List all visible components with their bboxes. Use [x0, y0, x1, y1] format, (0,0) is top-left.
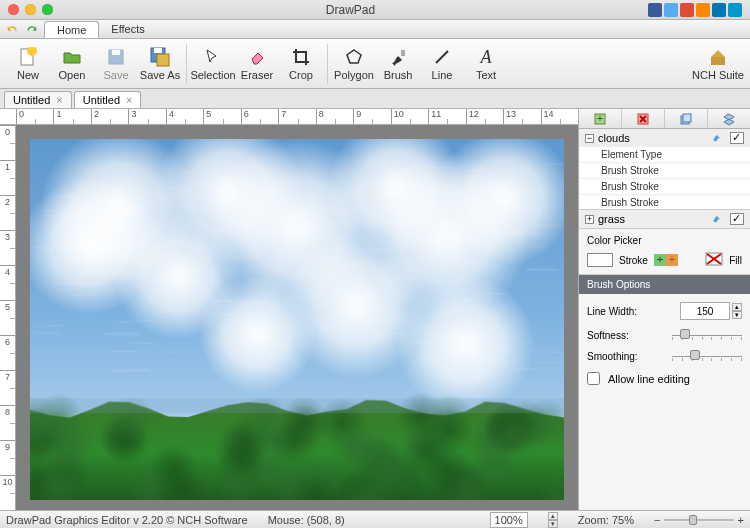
collapse-icon[interactable]: −: [585, 134, 594, 143]
tab-untitled-1[interactable]: Untitled×: [4, 91, 72, 108]
duplicate-layer-button[interactable]: [665, 109, 708, 128]
toolbar: New Open Save Save As Selection Eraser C…: [0, 39, 750, 89]
svg-rect-10: [711, 57, 725, 65]
layer-row[interactable]: Brush Stroke: [579, 163, 750, 179]
social-icon[interactable]: [648, 3, 662, 17]
smoothing-label: Smoothing:: [587, 351, 664, 362]
softness-label: Softness:: [587, 330, 664, 341]
svg-rect-8: [401, 50, 405, 56]
polygon-button[interactable]: Polygon: [332, 41, 376, 87]
new-button[interactable]: New: [6, 41, 50, 87]
layer-row[interactable]: Element Type: [579, 147, 750, 163]
smoothing-slider[interactable]: [672, 352, 742, 362]
svg-marker-7: [347, 50, 361, 63]
brush-options: Line Width: ▴▾ Softness: Smoothing: Allo…: [579, 294, 750, 403]
step-controls[interactable]: ▴▾: [548, 512, 558, 528]
visibility-toggle[interactable]: [730, 213, 744, 225]
step-down-icon[interactable]: ▾: [732, 311, 742, 319]
layer-row[interactable]: Brush Stroke: [579, 195, 750, 209]
maximize-icon[interactable]: [42, 4, 53, 15]
svg-rect-3: [112, 50, 120, 55]
layer-name: clouds: [598, 132, 708, 144]
window-controls: [8, 4, 53, 15]
selection-button[interactable]: Selection: [191, 41, 235, 87]
side-panel: + − clouds Element TypeBrush StrokeBrush…: [578, 109, 750, 510]
step-up-icon[interactable]: ▴: [732, 303, 742, 311]
brush-button[interactable]: Brush: [376, 41, 420, 87]
social-icon[interactable]: [728, 3, 742, 17]
undo-icon[interactable]: [6, 21, 20, 37]
svg-text:+: +: [597, 112, 603, 124]
brush-icon: [712, 132, 726, 144]
svg-rect-15: [683, 114, 691, 122]
zoom-percent[interactable]: 100%: [490, 512, 528, 528]
minimize-icon[interactable]: [25, 4, 36, 15]
social-icon[interactable]: [680, 3, 694, 17]
svg-text:+: +: [657, 254, 663, 265]
layer-group-grass[interactable]: + grass: [579, 210, 750, 229]
layer-name: grass: [598, 213, 708, 225]
stroke-swatch[interactable]: [587, 253, 613, 267]
horizontal-ruler: 01234567891011121314: [0, 109, 578, 125]
zoom-slider[interactable]: − +: [654, 516, 744, 524]
close-icon[interactable]: ×: [56, 94, 62, 106]
svg-text:+: +: [669, 254, 675, 265]
svg-rect-6: [157, 54, 169, 66]
statusbar: DrawPad Graphics Editor v 2.20 © NCH Sof…: [0, 510, 750, 528]
close-icon[interactable]: ×: [126, 94, 132, 106]
color-picker: Color Picker Stroke + + Fill: [579, 229, 750, 275]
svg-rect-5: [154, 48, 162, 53]
menu-home[interactable]: Home: [44, 21, 99, 38]
color-picker-title: Color Picker: [587, 235, 742, 246]
softness-slider[interactable]: [672, 331, 742, 341]
eraser-button[interactable]: Eraser: [235, 41, 279, 87]
crop-button[interactable]: Crop: [279, 41, 323, 87]
save-button[interactable]: Save: [94, 41, 138, 87]
app-title: DrawPad: [53, 3, 648, 17]
layer-row[interactable]: Brush Stroke: [579, 179, 750, 195]
nch-suite-button[interactable]: NCH Suite: [692, 46, 744, 81]
brush-options-header: Brush Options: [579, 275, 750, 294]
titlebar: DrawPad: [0, 0, 750, 20]
delete-layer-button[interactable]: [622, 109, 665, 128]
document-tabs: Untitled× Untitled×: [0, 89, 750, 109]
saveas-button[interactable]: Save As: [138, 41, 182, 87]
mouse-position: Mouse: (508, 8): [268, 514, 345, 526]
social-icon[interactable]: [664, 3, 678, 17]
linewidth-input[interactable]: [680, 302, 730, 320]
allow-line-editing-checkbox[interactable]: [587, 372, 600, 385]
tab-untitled-2[interactable]: Untitled×: [74, 91, 142, 108]
expand-icon[interactable]: +: [585, 215, 594, 224]
menubar: HomeEffects: [0, 20, 750, 39]
stroke-label: Stroke: [619, 255, 648, 266]
layer-options-button[interactable]: [708, 109, 750, 128]
brush-icon: [712, 213, 726, 225]
allow-line-editing-label: Allow line editing: [608, 373, 690, 385]
menu-effects[interactable]: Effects: [99, 21, 156, 38]
svg-line-9: [436, 51, 448, 63]
app-version: DrawPad Graphics Editor v 2.20 © NCH Sof…: [6, 514, 248, 526]
visibility-toggle[interactable]: [730, 132, 744, 144]
no-fill-icon[interactable]: [705, 252, 723, 268]
social-icon[interactable]: [696, 3, 710, 17]
fill-label: Fill: [729, 255, 742, 266]
social-icon[interactable]: [712, 3, 726, 17]
layer-toolbar: +: [579, 109, 750, 129]
zoom-label: Zoom: 75%: [578, 514, 634, 526]
redo-icon[interactable]: [24, 21, 38, 37]
open-button[interactable]: Open: [50, 41, 94, 87]
add-layer-button[interactable]: +: [579, 109, 622, 128]
drawing-canvas[interactable]: [30, 139, 564, 500]
vertical-ruler: 012345678910: [0, 125, 16, 510]
add-color-icon[interactable]: + +: [654, 254, 678, 266]
text-button[interactable]: AText: [464, 41, 508, 87]
canvas-area[interactable]: [16, 125, 578, 510]
line-button[interactable]: Line: [420, 41, 464, 87]
social-icons: [648, 3, 742, 17]
linewidth-label: Line Width:: [587, 306, 672, 317]
close-icon[interactable]: [8, 4, 19, 15]
layer-group-clouds[interactable]: − clouds Element TypeBrush StrokeBrush S…: [579, 129, 750, 210]
